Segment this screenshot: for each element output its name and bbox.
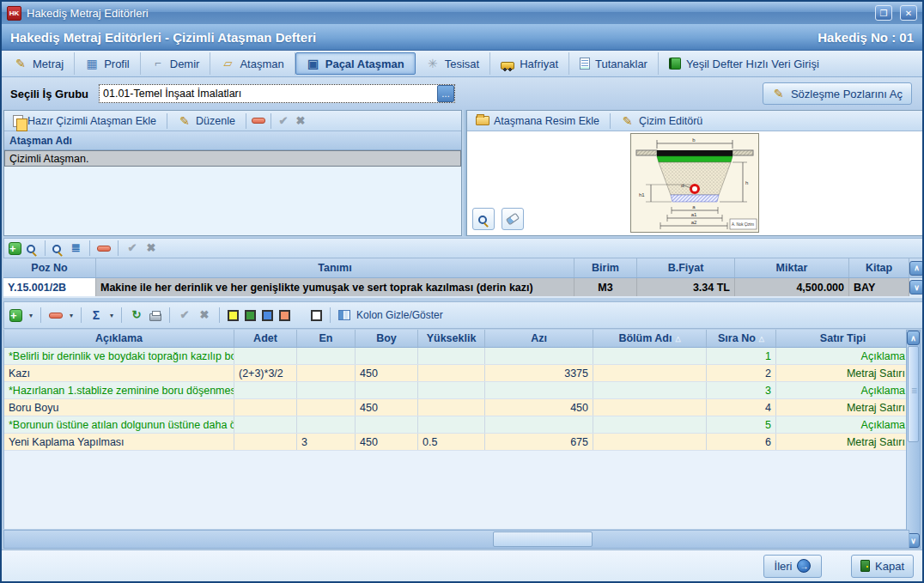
attachment-row-selected[interactable]: Çizimli Ataşman. [4, 150, 461, 167]
col-birim[interactable]: Birim [574, 258, 637, 277]
tab-atasman[interactable]: ▱Ataşman [210, 52, 295, 75]
demir-icon: ⌐ [151, 57, 165, 70]
zoom-preview-button[interactable] [472, 208, 495, 230]
confirm-icon[interactable]: ✔ [277, 114, 290, 128]
poz-confirm-icon[interactable]: ✔ [125, 241, 139, 255]
vscroll-thumb[interactable] [908, 346, 919, 442]
col-aciklama[interactable]: Açıklama [4, 330, 234, 347]
row-confirm-icon[interactable]: ✔ [178, 308, 191, 322]
tab-tesisat[interactable]: ✳Tesisat [416, 52, 490, 75]
col-en[interactable]: En [297, 330, 356, 347]
add-row-dropdown-icon[interactable]: ▾ [29, 312, 33, 319]
hakedis-no: Hakediş No : 01 [818, 30, 914, 45]
svg-text:A. Nok Çizim: A. Nok Çizim [732, 222, 754, 227]
scroll-down-icon[interactable]: ∨ [909, 280, 924, 295]
refresh-icon[interactable]: ↻ [130, 308, 143, 322]
metraj-row[interactable]: Yeni Kaplama Yapılması 3 450 0.5 675 6 M… [4, 434, 909, 451]
tab-hafriyat[interactable]: Hafriyat [490, 52, 569, 75]
sum-dropdown-icon[interactable]: ▾ [110, 312, 113, 319]
col-bolum-adi[interactable]: Bölüm Adı△ [593, 330, 707, 347]
tab-yesil-defter[interactable]: Yeşil Defter Hızlı Veri Girişi [659, 52, 830, 75]
poz-grid: Poz No Tanımı Birim B.Fiyat Miktar Kitap… [3, 258, 924, 298]
close-button[interactable]: ✕ [900, 5, 917, 21]
col-satir-tipi[interactable]: Satır Tipi [776, 330, 909, 347]
hafriyat-icon [501, 62, 514, 70]
col-tanim[interactable]: Tanımı [96, 258, 574, 277]
add-image-button[interactable]: Ataşmana Resim Ekle [471, 112, 605, 130]
pacal-atasman-icon: ▣ [307, 57, 320, 70]
highlight-yellow-button[interactable] [228, 310, 239, 321]
clear-preview-button[interactable] [502, 208, 524, 230]
highlight-orange-button[interactable] [279, 310, 290, 321]
trench-drawing: d b h h1 a a1 [630, 133, 759, 233]
metraj-toolbar: + ▾ ▾ Σ ▾ ↻ ✔ ✖ Kolon Gizle/Göster [3, 301, 924, 329]
poz-row[interactable]: Y.15.001/2B Makine ile her derinlik ve h… [3, 278, 924, 296]
sum-button[interactable]: Σ [89, 308, 103, 322]
tab-demir[interactable]: ⌐Demir [141, 52, 211, 75]
close-form-button[interactable]: Kapat [851, 555, 914, 578]
highlight-green-button[interactable] [245, 310, 256, 321]
tabbar: ✎Metraj ▦Profil ⌐Demir ▱Ataşman ▣Paçal A… [2, 51, 922, 77]
atasman-icon: ▱ [221, 57, 234, 70]
page-header: Hakediş Metraj Editörleri - Çizimli Ataş… [2, 24, 922, 51]
delete-row-dropdown-icon[interactable]: ▾ [70, 312, 73, 319]
pages-icon [13, 115, 23, 127]
col-boy[interactable]: Boy [356, 330, 418, 347]
col-kitap[interactable]: Kitap [849, 258, 909, 277]
hscroll-thumb[interactable] [493, 531, 593, 547]
column-toggle-button[interactable]: Kolon Gizle/Göster [356, 309, 443, 321]
drawing-pencil-icon: ✎ [621, 114, 635, 128]
metraj-row[interactable]: *Borunun üstüne atılan dolgunun üstüne d… [4, 416, 909, 434]
add-row-button[interactable]: + [9, 309, 22, 322]
col-miktar[interactable]: Miktar [735, 258, 849, 277]
poz-cancel-icon[interactable]: ✖ [144, 241, 158, 255]
vscroll-up-icon[interactable]: ∧ [907, 331, 920, 345]
metraj-row[interactable]: Kazı (2+3)*3/2 450 3375 2 Metraj Satırı [4, 365, 909, 382]
search-poz-icon[interactable] [52, 245, 61, 253]
delete-row-button[interactable] [49, 313, 63, 319]
app-logo-icon: HK [7, 6, 21, 21]
tab-profil[interactable]: ▦Profil [75, 52, 141, 75]
image-toolbar: Ataşmana Resim Ekle ✎ Çizim Editörü [467, 111, 923, 131]
maximize-button[interactable]: ❐ [875, 5, 892, 21]
is-grubu-browse-button[interactable]: … [437, 85, 454, 102]
metraj-row[interactable]: *Hazırlanan 1.stablize zeminine boru döş… [4, 382, 909, 399]
door-icon [860, 560, 870, 572]
metraj-row[interactable]: Boru Boyu 450 450 4 Metraj Satırı [4, 399, 909, 416]
col-adet[interactable]: Adet [234, 330, 297, 347]
metraj-row[interactable]: *Belirli bir derinlik ve boydaki toprağı… [4, 348, 909, 365]
scroll-up-icon[interactable]: ∧ [909, 261, 924, 276]
print-icon[interactable] [149, 313, 161, 321]
delete-attachment-button[interactable] [252, 118, 265, 124]
col-azi[interactable]: Azı [485, 330, 593, 347]
drawing-editor-button[interactable]: ✎ Çizim Editörü [616, 112, 708, 130]
arrow-right-icon: → [797, 559, 811, 573]
add-poz-button[interactable]: + [9, 242, 21, 255]
highlight-blue-button[interactable] [262, 310, 273, 321]
filter-row: Seçili İş Grubu 01.01-Temel İnşaat İmala… [2, 77, 922, 110]
vertical-scrollbar[interactable]: ∧ ∨ [906, 330, 921, 549]
window-title: Hakediş Metraj Editörleri [27, 7, 867, 20]
highlight-clear-button[interactable] [311, 310, 322, 321]
col-poz-no[interactable]: Poz No [3, 258, 96, 277]
tab-tutanaklar[interactable]: Tutanaklar [569, 52, 659, 75]
horizontal-scrollbar[interactable] [3, 530, 909, 549]
contract-poz-button[interactable]: ✎ Sözleşme Pozlarını Aç [763, 82, 912, 105]
view-poz-icon[interactable] [27, 245, 35, 253]
cancel-icon[interactable]: ✖ [294, 114, 307, 128]
delete-poz-button[interactable] [97, 246, 111, 252]
next-button[interactable]: İleri → [763, 555, 822, 578]
row-cancel-icon[interactable]: ✖ [198, 308, 211, 322]
tab-pacal-atasman[interactable]: ▣Paçal Ataşman [295, 52, 416, 75]
edit-attachment-button[interactable]: ✎ Düzenle [173, 112, 240, 130]
col-sira-no[interactable]: Sıra No△ [707, 330, 776, 347]
is-grubu-value: 01.01-Temel İnşaat İmalatları [100, 88, 437, 100]
add-ready-attachment-button[interactable]: Hazır Çizimli Ataşman Ekle [8, 112, 161, 130]
is-grubu-combo[interactable]: 01.01-Temel İnşaat İmalatları … [99, 84, 455, 103]
tab-metraj[interactable]: ✎Metraj [3, 52, 75, 75]
col-b-fiyat[interactable]: B.Fiyat [637, 258, 735, 277]
poz-tree-icon[interactable]: ≣ [69, 241, 82, 255]
col-yukseklik[interactable]: Yükseklik [418, 330, 485, 347]
attachment-list-header[interactable]: Ataşman Adı [4, 131, 461, 150]
edit-icon: ✎ [178, 114, 191, 128]
